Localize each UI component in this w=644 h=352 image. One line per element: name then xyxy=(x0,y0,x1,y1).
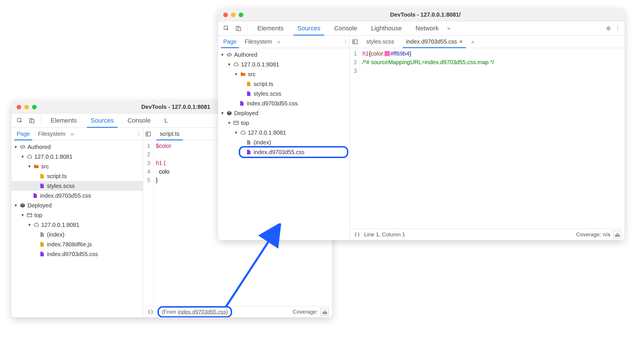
cloud-icon xyxy=(233,61,239,68)
gutter: 123 xyxy=(350,48,360,229)
coverage-label: Coverage: xyxy=(293,309,318,315)
file-tab-index-css[interactable]: index.d9703d55.css× xyxy=(402,36,467,48)
tree-top[interactable]: ▼top xyxy=(218,118,349,128)
tree-src[interactable]: ▼src xyxy=(218,69,349,79)
source-link[interactable]: index.d9703d55.css xyxy=(178,309,226,315)
tab-lighthouse[interactable]: Lighthouse xyxy=(365,21,408,35)
more-icon[interactable]: ⋮ xyxy=(341,38,349,46)
tree-index[interactable]: (index) xyxy=(11,230,143,239)
eject-icon[interactable] xyxy=(613,231,621,239)
navigator-sidebar: Page Filesystem » ⋮ ▼Authored ▼127.0.0.1… xyxy=(11,128,143,317)
file-icon xyxy=(246,139,252,145)
tab-elements[interactable]: Elements xyxy=(251,21,290,35)
more-icon[interactable]: ⋮ xyxy=(135,130,143,138)
zoom-icon[interactable] xyxy=(32,105,37,109)
tree-index-js[interactable]: index.7808df6e.js xyxy=(11,239,143,249)
code-icon xyxy=(19,144,26,150)
close-icon[interactable] xyxy=(17,105,21,109)
more-icon[interactable]: ⋮ xyxy=(614,24,622,32)
tree-authored[interactable]: ▼Authored xyxy=(218,50,349,60)
tab-page[interactable]: Page xyxy=(219,36,241,48)
inspect-icon[interactable] xyxy=(221,23,232,34)
tab-page[interactable]: Page xyxy=(13,128,34,140)
device-toggle-icon[interactable] xyxy=(233,23,244,34)
cloud-icon xyxy=(240,129,246,136)
tree-index-css[interactable]: index.d9703d55.css xyxy=(218,99,349,108)
traffic-lights xyxy=(11,105,37,109)
tree-top[interactable]: ▼top xyxy=(11,210,143,220)
css-file-icon xyxy=(39,251,45,257)
box-icon xyxy=(226,110,232,116)
zoom-icon[interactable] xyxy=(239,13,243,17)
tree-script-ts[interactable]: script.ts xyxy=(218,79,349,89)
tree-dep-index-css[interactable]: index.d9703d55.css xyxy=(11,249,143,259)
tree-host[interactable]: ▼127.0.0.1:8081 xyxy=(11,152,143,162)
eject-icon[interactable] xyxy=(321,308,329,316)
css-file-icon xyxy=(32,192,38,199)
device-toggle-icon[interactable] xyxy=(26,115,37,126)
file-tab-styles[interactable]: styles.scss xyxy=(362,36,399,48)
devtools-window-right: DevTools - 127.0.0.1:8081/ Elements Sour… xyxy=(218,9,625,240)
tree-deployed[interactable]: ▼Deployed xyxy=(218,108,349,118)
tree-index-css[interactable]: index.d9703d55.css xyxy=(11,191,143,200)
statusbar: Line 1, Column 1 Coverage: n/a xyxy=(350,229,625,240)
chevron-right-icon[interactable]: » xyxy=(446,25,452,32)
tab-sources[interactable]: Sources xyxy=(291,21,327,35)
scss-file-icon xyxy=(39,183,45,189)
tree-styles-scss[interactable]: styles.scss xyxy=(11,181,143,191)
folder-icon xyxy=(33,163,39,170)
file-icon xyxy=(39,231,45,238)
tree-host2[interactable]: ▼127.0.0.1:8081 xyxy=(218,128,349,137)
gutter: 12345 xyxy=(143,140,153,306)
separator xyxy=(41,116,41,125)
tree-dep-index-css-highlighted[interactable]: index.d9703d55.css xyxy=(218,147,349,157)
tab-console[interactable]: Console xyxy=(328,21,364,35)
pretty-print-icon[interactable] xyxy=(353,231,361,239)
inspect-icon[interactable] xyxy=(14,115,25,126)
tree-host2[interactable]: ▼127.0.0.1:8081 xyxy=(11,220,143,230)
minimize-icon[interactable] xyxy=(24,105,29,109)
window-title: DevTools - 127.0.0.1:8081/ xyxy=(243,11,625,18)
tab-overflow[interactable]: L xyxy=(158,113,169,127)
code-icon xyxy=(226,52,232,58)
tree-index[interactable]: (index) xyxy=(218,137,349,147)
minimize-icon[interactable] xyxy=(231,13,236,17)
js-file-icon xyxy=(39,241,45,247)
tree-script-ts[interactable]: script.ts xyxy=(11,171,143,181)
tab-network[interactable]: Network xyxy=(409,21,445,35)
traffic-lights xyxy=(218,13,243,17)
tab-filesystem[interactable]: Filesystem xyxy=(241,36,276,48)
folder-icon xyxy=(240,71,246,77)
color-swatch[interactable] xyxy=(385,51,390,56)
panel-toggle-icon[interactable] xyxy=(351,38,359,46)
source-mapped-from[interactable]: (From index.d9703d55.css) xyxy=(157,306,232,318)
css-file-icon xyxy=(239,100,245,107)
chevron-right-icon[interactable]: » xyxy=(276,38,281,45)
chevron-right-icon[interactable]: » xyxy=(69,131,75,137)
css-file-icon xyxy=(246,149,252,155)
code-editor[interactable]: 123 h1{color:#ff69b4} /*# sourceMappingU… xyxy=(350,48,625,229)
tree-host[interactable]: ▼127.0.0.1:8081 xyxy=(218,60,349,69)
ts-file-icon xyxy=(39,173,45,179)
pretty-print-icon[interactable] xyxy=(147,308,155,316)
tree-styles-scss[interactable]: styles.scss xyxy=(218,89,349,99)
cursor-position: Line 1, Column 1 xyxy=(364,231,405,238)
tab-filesystem[interactable]: Filesystem xyxy=(34,128,70,140)
chevron-right-icon[interactable]: » xyxy=(470,38,475,45)
gear-icon[interactable] xyxy=(605,24,613,32)
file-tab-script-ts[interactable]: script.ts xyxy=(155,128,184,140)
navigator-tabs: Page Filesystem » ⋮ xyxy=(11,128,143,140)
cloud-icon xyxy=(26,154,33,160)
close-tab-icon[interactable]: × xyxy=(459,38,463,45)
tab-console[interactable]: Console xyxy=(121,113,157,127)
titlebar: DevTools - 127.0.0.1:8081/ xyxy=(218,9,625,21)
statusbar: (From index.d9703d55.css) Coverage: xyxy=(143,306,332,317)
file-tree: ▼Authored ▼127.0.0.1:8081 ▼src script.ts… xyxy=(11,140,143,317)
panel-toggle-icon[interactable] xyxy=(144,130,152,138)
tab-elements[interactable]: Elements xyxy=(44,113,83,127)
tree-deployed[interactable]: ▼Deployed xyxy=(11,200,143,210)
tree-authored[interactable]: ▼Authored xyxy=(11,142,143,152)
close-icon[interactable] xyxy=(223,13,228,17)
tab-sources[interactable]: Sources xyxy=(84,113,120,127)
tree-src[interactable]: ▼src xyxy=(11,162,143,171)
